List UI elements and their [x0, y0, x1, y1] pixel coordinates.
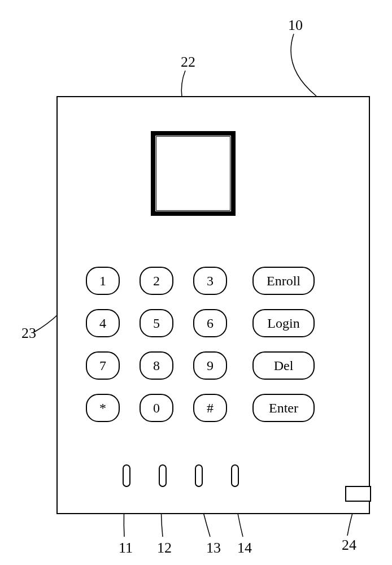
key-8[interactable]: 8: [140, 351, 173, 380]
slot-3: [195, 464, 203, 487]
key-4[interactable]: 4: [86, 309, 120, 337]
key-enroll[interactable]: Enroll: [252, 267, 315, 295]
key-7[interactable]: 7: [86, 351, 120, 380]
key-del[interactable]: Del: [252, 351, 315, 380]
key-0[interactable]: 0: [140, 394, 173, 422]
display-screen: [151, 131, 236, 216]
key-5[interactable]: 5: [140, 309, 173, 337]
callout-slot4: 14: [237, 540, 252, 557]
key-hash[interactable]: #: [193, 394, 227, 422]
key-login[interactable]: Login: [252, 309, 315, 337]
key-9[interactable]: 9: [193, 351, 227, 380]
key-1[interactable]: 1: [86, 267, 120, 295]
key-star[interactable]: *: [86, 394, 120, 422]
key-3[interactable]: 3: [193, 267, 227, 295]
slot-4: [231, 464, 239, 487]
key-enter[interactable]: Enter: [252, 394, 315, 422]
slot-1: [123, 464, 130, 487]
callout-slot2: 12: [157, 540, 172, 557]
callout-slot1: 11: [119, 540, 133, 557]
key-2[interactable]: 2: [140, 267, 173, 295]
callout-device: 10: [288, 17, 303, 34]
side-port: [345, 486, 371, 502]
slot-row: [123, 464, 239, 487]
slot-2: [159, 464, 167, 487]
callout-slot3: 13: [206, 540, 221, 557]
key-6[interactable]: 6: [193, 309, 227, 337]
keypad: 1 2 3 Enroll 4 5 6 Login 7 8 9 Del * 0 #…: [86, 267, 346, 422]
display-screen-inner: [156, 136, 230, 211]
callout-port: 24: [342, 537, 356, 554]
callout-screen: 22: [181, 54, 195, 71]
device-body: 1 2 3 Enroll 4 5 6 Login 7 8 9 Del * 0 #…: [56, 96, 370, 514]
callout-keypad: 23: [21, 325, 36, 342]
